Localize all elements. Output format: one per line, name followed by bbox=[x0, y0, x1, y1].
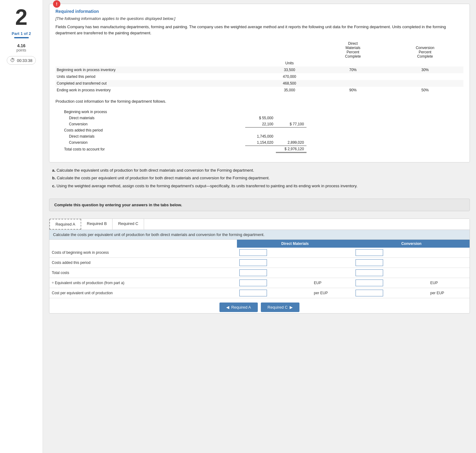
row-units: 470,000 bbox=[260, 73, 319, 80]
row-label-bwip: Costs of beginning work in process bbox=[49, 248, 237, 258]
cost-val1 bbox=[245, 146, 276, 153]
description-text: Fields Company has two manufacturing dep… bbox=[55, 24, 463, 36]
tab-required-b[interactable]: Required B bbox=[81, 219, 112, 230]
suffix-dm-catp bbox=[313, 258, 353, 268]
timer-icon: ⏱ bbox=[10, 58, 15, 63]
input-conv-catp[interactable] bbox=[356, 259, 383, 266]
input-cell-conv[interactable] bbox=[353, 278, 429, 288]
cost-val1 bbox=[245, 109, 276, 115]
prev-button-label: Required A bbox=[231, 305, 251, 310]
col-conv-header: Conversion bbox=[353, 240, 470, 248]
input-cell-conv[interactable] bbox=[353, 268, 429, 278]
input-cell-dm[interactable] bbox=[237, 288, 313, 298]
nav-buttons: ◀ Required A Required C ▶ bbox=[49, 298, 470, 313]
input-cell-conv[interactable] bbox=[353, 248, 429, 258]
next-arrow-icon: ▶ bbox=[290, 305, 293, 310]
cost-val1: 1,745,000 bbox=[245, 133, 276, 139]
input-dm-eup[interactable] bbox=[239, 280, 267, 286]
input-conv-total[interactable] bbox=[356, 269, 383, 276]
suffix-dm-bwip bbox=[313, 248, 353, 258]
prev-arrow-icon: ◀ bbox=[226, 305, 229, 310]
next-button[interactable]: Required C ▶ bbox=[261, 303, 299, 312]
task-item-a: a. Calculate the equivalent units of pro… bbox=[52, 167, 470, 174]
input-conv-bwip[interactable] bbox=[356, 249, 383, 256]
suffix-dm-cpu: per EUP bbox=[313, 288, 353, 298]
italic-note: [The following information applies to th… bbox=[55, 16, 463, 21]
tab-instruction: Calculate the costs per equivalent unit … bbox=[49, 230, 470, 240]
answer-row-total: Total costs bbox=[49, 268, 470, 278]
tab-required-c[interactable]: Required C bbox=[112, 219, 144, 230]
cost-label: Conversion bbox=[62, 139, 245, 146]
answer-table: Direct Materials Conversion Costs of beg… bbox=[49, 240, 470, 298]
row-units: 35,000 bbox=[260, 87, 319, 93]
input-cell-dm[interactable] bbox=[237, 268, 313, 278]
input-dm-catp[interactable] bbox=[239, 259, 267, 266]
input-dm-total[interactable] bbox=[239, 269, 267, 276]
cost-val2 bbox=[276, 127, 307, 133]
input-cell-dm[interactable] bbox=[237, 278, 313, 288]
input-cell-dm[interactable] bbox=[237, 248, 313, 258]
suffix-conv-bwip bbox=[430, 248, 470, 258]
row-label-cpu: Cost per equivalent unit of production bbox=[49, 288, 237, 298]
cost-row: Conversion 1,154,020 2,899,020 bbox=[62, 139, 307, 146]
suffix-conv-catp bbox=[430, 258, 470, 268]
cost-label: Conversion bbox=[62, 121, 245, 128]
cost-label: Direct materials bbox=[62, 133, 245, 139]
part-label: Part 1 of 2 bbox=[12, 31, 31, 36]
prev-button[interactable]: ◀ Required A bbox=[219, 303, 257, 312]
answer-row-catp: Costs added this period bbox=[49, 258, 470, 268]
cost-val2: $ 77,100 bbox=[276, 121, 307, 128]
row-dm-pct: 70% bbox=[319, 67, 387, 73]
row-units: 468,500 bbox=[260, 80, 319, 87]
cost-val1 bbox=[245, 127, 276, 133]
row-label-eup: ÷ Equivalent units of production (from p… bbox=[49, 278, 237, 288]
cost-label: Total costs to account for bbox=[62, 146, 245, 153]
tabs-header: Required A Required B Required C bbox=[49, 219, 470, 230]
cost-val2 bbox=[276, 109, 307, 115]
tab-required-a[interactable]: Required A bbox=[49, 219, 81, 230]
col-units-header: Units bbox=[260, 60, 319, 67]
input-conv-cpu[interactable] bbox=[356, 290, 383, 296]
points-label: points bbox=[16, 48, 26, 52]
alert-icon: ! bbox=[53, 0, 60, 8]
answer-row-cpu: Cost per equivalent unit of production p… bbox=[49, 288, 470, 298]
part-progress-bar bbox=[14, 37, 29, 38]
complete-box: Complete this question by entering your … bbox=[49, 199, 470, 211]
next-button-label: Required C bbox=[268, 305, 288, 310]
tabs-container: Required A Required B Required C Calcula… bbox=[49, 219, 470, 314]
table-row: Units started this period 470,000 bbox=[55, 73, 463, 80]
complete-box-text: Complete this question by entering your … bbox=[54, 203, 182, 207]
input-cell-conv[interactable] bbox=[353, 288, 429, 298]
row-label: Beginning work in process inventory bbox=[55, 67, 260, 73]
cost-table: Beginning work in process Direct materia… bbox=[62, 109, 307, 153]
suffix-dm-total bbox=[313, 268, 353, 278]
row-label: Ending work in process inventory bbox=[55, 87, 260, 93]
cost-val1: 1,154,020 bbox=[245, 139, 276, 146]
cost-row: Beginning work in process bbox=[62, 109, 307, 115]
row-label: Completed and transferred out bbox=[55, 80, 260, 87]
row-label: Units started this period bbox=[55, 73, 260, 80]
input-cell-dm[interactable] bbox=[237, 258, 313, 268]
input-dm-bwip[interactable] bbox=[239, 249, 267, 256]
cost-val2: 2,899,020 bbox=[276, 139, 307, 146]
input-dm-cpu[interactable] bbox=[239, 290, 267, 296]
task-list: a. Calculate the equivalent units of pro… bbox=[49, 167, 470, 190]
question-number: 2 bbox=[15, 6, 27, 28]
suffix-conv-eup: EUP bbox=[430, 278, 470, 288]
row-conv-pct: 50% bbox=[387, 87, 463, 93]
col-row-label-header bbox=[49, 240, 237, 248]
table-row: Completed and transferred out 468,500 bbox=[55, 80, 463, 87]
suffix-conv-total bbox=[430, 268, 470, 278]
suffix-dm-eup: EUP bbox=[313, 278, 353, 288]
input-cell-conv[interactable] bbox=[353, 258, 429, 268]
task-item-b: b. Calculate the costs per equivalent un… bbox=[52, 174, 470, 181]
cost-val1: 22,100 bbox=[245, 121, 276, 128]
input-conv-eup[interactable] bbox=[356, 280, 383, 286]
row-conv-pct: 30% bbox=[387, 67, 463, 73]
row-units: 33,500 bbox=[260, 67, 319, 73]
production-cost-intro: Production cost information for the form… bbox=[55, 98, 463, 105]
col-dm-header: Direct Materials bbox=[237, 240, 353, 248]
task-item-c: c. Using the weighted average method, as… bbox=[52, 182, 470, 189]
question-box: ! Required information [The following in… bbox=[49, 4, 470, 162]
table-row: Beginning work in process inventory 33,5… bbox=[55, 67, 463, 73]
